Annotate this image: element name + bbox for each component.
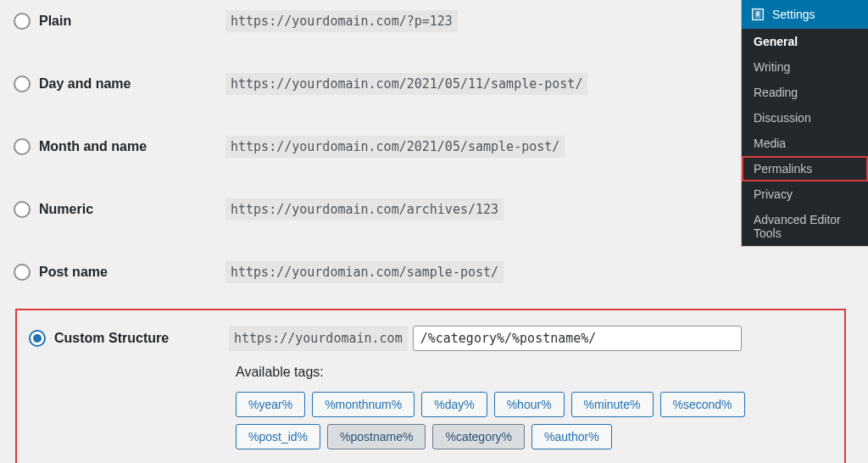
option-plain[interactable]: Plain [14, 13, 225, 30]
url-sample-plain: https://yourdomain.com/?p=123 [225, 10, 458, 32]
tag-button-hour[interactable]: %hour% [494, 392, 565, 417]
url-sample-monthname: https://yourdomain.com/2021/05/sample-po… [225, 136, 565, 158]
tag-button-year[interactable]: %year% [236, 392, 305, 417]
radio-monthname-label: Month and name [39, 139, 147, 154]
tag-button-minute[interactable]: %minute% [571, 392, 654, 417]
custom-structure-row: Custom Structure https://yourdomain.com [22, 326, 832, 351]
radio-numeric-label: Numeric [39, 202, 93, 217]
tag-button-category[interactable]: %category% [432, 424, 525, 449]
option-custom[interactable]: Custom Structure [22, 330, 229, 347]
option-dayname[interactable]: Day and name [14, 75, 225, 92]
url-sample-dayname: https://yourdomain.com/2021/05/11/sample… [225, 73, 587, 95]
tag-button-second[interactable]: %second% [660, 392, 745, 417]
radio-plain[interactable] [14, 13, 31, 30]
tag-button-postname[interactable]: %postname% [327, 424, 426, 449]
option-numeric[interactable]: Numeric [14, 201, 225, 218]
radio-postname[interactable] [14, 264, 31, 281]
option-postname[interactable]: Post name [14, 264, 225, 281]
tag-button-post_id[interactable]: %post_id% [236, 424, 320, 449]
tag-button-day[interactable]: %day% [421, 392, 487, 417]
tag-button-monthnum[interactable]: %monthnum% [312, 392, 415, 417]
settings-icon [750, 7, 765, 22]
radio-monthname[interactable] [14, 138, 31, 155]
sidebar-item-privacy[interactable]: Privacy [742, 181, 868, 207]
custom-base-url: https://yourdomain.com [229, 326, 408, 351]
permalink-settings-form: Plain https://yourdomain.com/?p=123 Day … [0, 0, 868, 463]
url-sample-postname: https://yourdomian.com/sample-post/ [225, 261, 504, 283]
settings-submenu: Settings GeneralWritingReadingDiscussion… [742, 0, 868, 246]
custom-structure-input[interactable] [413, 326, 742, 351]
radio-custom-label: Custom Structure [54, 331, 169, 346]
settings-menu-header[interactable]: Settings [742, 0, 868, 29]
sidebar-item-media[interactable]: Media [742, 131, 868, 156]
option-numeric-row: Numeric https://yourdomain.com/archives/… [14, 198, 868, 220]
settings-menu-header-label: Settings [772, 8, 815, 21]
sidebar-item-writing[interactable]: Writing [742, 54, 868, 80]
radio-dayname[interactable] [14, 75, 31, 92]
sidebar-item-general[interactable]: General [742, 29, 868, 54]
available-tags-section: Available tags: %year%%monthnum%%day%%ho… [236, 365, 832, 449]
sidebar-item-permalinks[interactable]: Permalinks [742, 156, 868, 181]
radio-custom[interactable] [29, 330, 46, 347]
radio-postname-label: Post name [39, 265, 108, 280]
radio-dayname-label: Day and name [39, 76, 131, 92]
sidebar-item-reading[interactable]: Reading [742, 80, 868, 105]
sidebar-item-advanced-editor-tools[interactable]: Advanced Editor Tools [742, 207, 868, 246]
option-monthname[interactable]: Month and name [14, 138, 225, 155]
option-plain-row: Plain https://yourdomain.com/?p=123 [14, 10, 868, 32]
available-tags-label: Available tags: [236, 365, 832, 380]
option-postname-row: Post name https://yourdomian.com/sample-… [14, 261, 868, 283]
tags-row: %year%%monthnum%%day%%hour%%minute%%seco… [236, 392, 821, 449]
radio-plain-label: Plain [39, 14, 71, 29]
custom-structure-box: Custom Structure https://yourdomain.com … [15, 309, 846, 463]
radio-numeric[interactable] [14, 201, 31, 218]
option-monthname-row: Month and name https://yourdomain.com/20… [14, 136, 868, 158]
sidebar-item-discussion[interactable]: Discussion [742, 105, 868, 131]
url-sample-numeric: https://yourdomain.com/archives/123 [225, 198, 504, 220]
tag-button-author[interactable]: %author% [531, 424, 612, 449]
option-dayname-row: Day and name https://yourdomain.com/2021… [14, 73, 868, 95]
